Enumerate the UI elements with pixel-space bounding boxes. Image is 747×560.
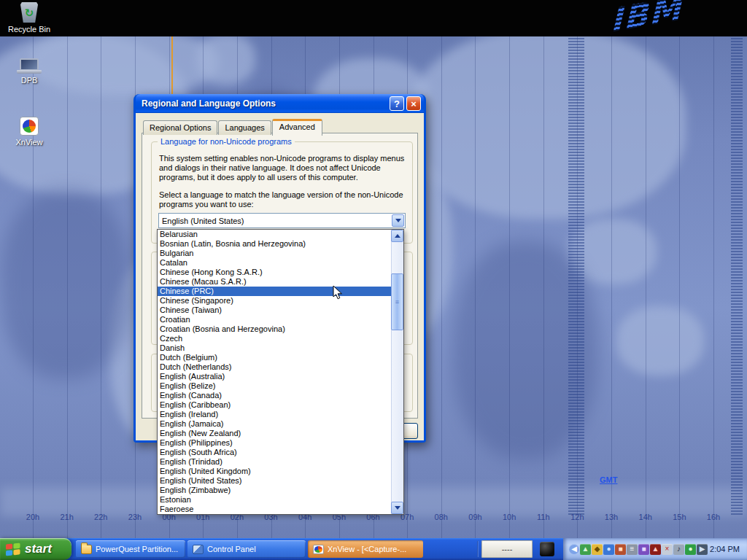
taskbar-button[interactable]: Control Panel <box>187 540 306 558</box>
tray-antivirus-icon[interactable]: ▲ <box>650 544 661 555</box>
taskbar-separator <box>477 541 479 557</box>
tray-messenger-icon[interactable]: ● <box>685 544 696 555</box>
dropdown-item[interactable]: Croatian <box>158 315 391 324</box>
dropdown-item[interactable]: Bosnian (Latin, Bosnia and Herzegovina) <box>158 239 391 249</box>
tray-grid-icon[interactable]: ≡ <box>627 544 638 555</box>
scrollbar-up-button[interactable] <box>391 230 403 242</box>
desktop-icon-label: DPB <box>21 76 38 85</box>
timezone-line <box>646 36 646 538</box>
timezone-hour-label: 09h <box>468 513 481 521</box>
dropdown-item[interactable]: Chinese (PRC) <box>158 287 391 296</box>
timezone-line <box>713 36 714 538</box>
language-combobox[interactable]: English (United States) <box>158 213 406 228</box>
dropdown-item[interactable]: English (United Kingdom) <box>158 467 391 476</box>
scrollbar-down-button[interactable] <box>391 502 403 514</box>
tab-advanced[interactable]: Advanced <box>272 119 322 136</box>
timezone-hour-label: 14h <box>639 513 652 521</box>
dropdown-item[interactable]: English (Ireland) <box>158 410 391 419</box>
tray-network-offline-icon[interactable]: × <box>662 544 673 555</box>
dialog-titlebar[interactable]: Regional and Language Options ? × <box>136 94 424 113</box>
help-button[interactable]: ? <box>390 96 404 111</box>
taskbar-deskband[interactable]: ---- <box>481 540 533 558</box>
timezone-hour-label: 13h <box>605 513 618 521</box>
tray-collapse-icon[interactable]: ◀ <box>569 544 579 554</box>
dropdown-item[interactable]: Chinese (Singapore) <box>158 296 391 306</box>
tab-languages[interactable]: Languages <box>218 120 271 135</box>
dropdown-item[interactable]: English (Australia) <box>158 372 391 381</box>
recycle-bin-icon: ↻ <box>20 2 38 23</box>
dropdown-item[interactable]: English (Canada) <box>158 391 391 400</box>
start-button-label: start <box>25 542 52 556</box>
start-button[interactable]: start <box>0 538 71 560</box>
wallpaper-landmass <box>197 34 255 85</box>
tray-hardware-icon[interactable]: ▲ <box>580 544 591 555</box>
gmt-label: GMT <box>600 475 617 484</box>
dropdown-item[interactable]: Croatian (Bosnia and Herzegovina) <box>158 324 391 334</box>
timezone-hour-label: 08h <box>435 513 448 521</box>
tab-strip: Regional Options Languages Advanced <box>143 119 323 135</box>
combobox-dropdown-button[interactable] <box>392 214 404 227</box>
tray-volume-icon[interactable]: ♪ <box>673 544 684 555</box>
chevron-down-icon <box>395 219 401 222</box>
laptop-icon <box>17 58 42 74</box>
timezone-hour-label: 22h <box>94 513 107 521</box>
dropdown-scrollbar[interactable] <box>391 230 403 514</box>
taskbar: start PowerQuest Partition...Control Pan… <box>0 538 747 560</box>
taskbar-button[interactable]: PowerQuest Partition... <box>76 540 185 558</box>
dropdown-item[interactable]: Belarusian <box>158 230 391 239</box>
wallpaper-landmass <box>409 29 686 219</box>
recycle-arrows-icon: ↻ <box>25 7 34 18</box>
desktop-icon-dpb[interactable]: DPB <box>3 58 55 85</box>
chevron-down-icon <box>395 506 400 510</box>
desktop: 20h21h22h23h00h01h02h03h04h05h06h07h08h0… <box>0 0 747 560</box>
timezone-hour-label: 15h <box>673 513 686 521</box>
timezone-line <box>611 36 612 538</box>
dropdown-item[interactable]: Dutch (Netherlands) <box>158 362 391 372</box>
dropdown-item[interactable]: English (New Zealand) <box>158 429 391 438</box>
tray-icons: ◀▲◆●■≡■▲×♪●▶ <box>569 544 708 555</box>
system-tray: ◀▲◆●■≡■▲×♪●▶ 2:04 PM <box>563 538 747 560</box>
dropdown-item[interactable]: Dutch (Belgium) <box>158 353 391 362</box>
desktop-icon-xnview[interactable]: XnView <box>3 117 55 147</box>
wallpaper-hatched-band <box>731 38 743 516</box>
timezone-hour-label: 20h <box>26 513 39 521</box>
group-instruction: Select a language to match the language … <box>159 190 406 209</box>
dropdown-item[interactable]: Chinese (Taiwan) <box>158 306 391 315</box>
dropdown-item[interactable]: Chinese (Macau S.A.R.) <box>158 277 391 287</box>
dropdown-item[interactable]: English (Caribbean) <box>158 400 391 410</box>
tray-update-icon[interactable]: ● <box>603 544 614 555</box>
dropdown-item[interactable]: Estonian <box>158 495 391 505</box>
dropdown-item[interactable]: Bulgarian <box>158 249 391 258</box>
wallpaper-landmass <box>29 29 219 95</box>
dropdown-item[interactable]: English (Philippines) <box>158 438 391 448</box>
dropdown-item[interactable]: Danish <box>158 343 391 353</box>
dropdown-item[interactable]: Chinese (Hong Kong S.A.R.) <box>158 268 391 277</box>
desktop-icon-label: Recycle Bin <box>8 25 50 34</box>
timezone-line <box>33 36 34 538</box>
cpanel-icon <box>193 545 204 554</box>
close-button[interactable]: × <box>406 96 421 111</box>
tray-scheduler-icon[interactable]: ▶ <box>697 544 708 555</box>
dropdown-item[interactable]: English (South Africa) <box>158 448 391 457</box>
dropdown-item[interactable]: English (United States) <box>158 476 391 486</box>
tray-key-icon[interactable]: ◆ <box>592 544 603 555</box>
desktop-icon-label: XnView <box>15 138 42 147</box>
dropdown-item[interactable]: English (Jamaica) <box>158 419 391 429</box>
dropdown-item[interactable]: Czech <box>158 334 391 343</box>
non-unicode-group: Language for non-Unicode programs This s… <box>151 141 413 244</box>
combobox-value: English (United States) <box>159 217 391 225</box>
dropdown-item[interactable]: English (Zimbabwe) <box>158 486 391 495</box>
taskbar-button[interactable]: XnView - [<Capture-... <box>308 540 423 558</box>
dropdown-item[interactable]: Faeroese <box>158 505 391 514</box>
dropdown-item[interactable]: English (Belize) <box>158 381 391 391</box>
tray-display-icon[interactable]: ■ <box>638 544 649 555</box>
dropdown-item[interactable]: Catalan <box>158 258 391 268</box>
scrollbar-thumb[interactable] <box>391 273 403 330</box>
laptop-screen <box>20 58 39 71</box>
tray-burn-icon[interactable]: ■ <box>615 544 626 555</box>
desktop-icon-recycle-bin[interactable]: ↻ Recycle Bin <box>3 2 55 34</box>
dropdown-item[interactable]: English (Trinidad) <box>158 457 391 467</box>
taskbar-app-icon[interactable] <box>540 542 554 556</box>
xnview-icon <box>20 117 39 136</box>
tab-regional-options[interactable]: Regional Options <box>143 120 217 135</box>
